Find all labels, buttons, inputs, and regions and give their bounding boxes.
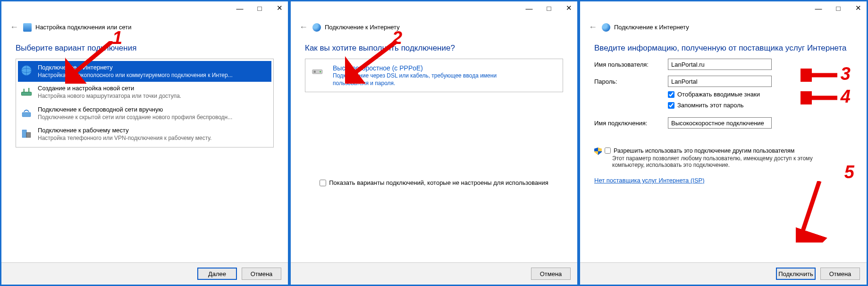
wizard-step-3: — □ ✕ ← Подключение к Интернету Введите … <box>579 0 868 286</box>
option-subtitle: Подключение к скрытой сети или создание … <box>38 114 232 121</box>
content: Подключение к Интернету Настройка широко… <box>1 59 288 262</box>
username-input[interactable] <box>668 59 772 70</box>
close-button[interactable]: ✕ <box>852 4 864 12</box>
modem-icon <box>311 64 327 77</box>
option-connect-workplace[interactable]: Подключение к рабочему месту Настройка т… <box>18 124 271 145</box>
username-label: Имя пользователя: <box>594 61 660 68</box>
option-subtitle: Настройка нового маршрутизатора или точк… <box>38 93 181 100</box>
back-arrow-icon[interactable]: ← <box>10 22 19 32</box>
remember-checkbox[interactable] <box>668 102 674 109</box>
header-title: Подключение к Интернету <box>614 24 689 31</box>
option-title: Подключение к рабочему месту <box>38 127 211 135</box>
option-subtitle: Настройка широкополосного или коммутируе… <box>38 72 233 79</box>
show-unconfigured-checkbox[interactable] <box>320 180 326 186</box>
option-title: Подключение к Интернету <box>38 64 233 72</box>
header: ← Подключение к Интернету <box>291 15 577 36</box>
shield-icon <box>594 147 602 155</box>
show-chars-checkbox[interactable] <box>668 91 674 98</box>
show-chars-row: Отображать вводимые знаки <box>668 89 852 100</box>
header: ← Настройка подключения или сети <box>1 15 288 36</box>
content: Высокоскоростное (с PPPoE) Подключение ч… <box>291 59 577 262</box>
back-arrow-icon[interactable]: ← <box>589 22 598 32</box>
router-icon <box>20 85 33 98</box>
header-title: Настройка подключения или сети <box>35 24 131 31</box>
back-arrow-icon[interactable]: ← <box>299 22 309 32</box>
permit-description: Этот параметр позволяет любому пользоват… <box>612 155 815 168</box>
next-button[interactable]: Далее <box>197 268 237 280</box>
minimize-button[interactable]: — <box>813 4 824 12</box>
maximize-button[interactable]: □ <box>543 4 555 12</box>
internet-icon <box>312 23 321 32</box>
svg-rect-6 <box>26 133 31 138</box>
option-subtitle: Настройка телефонного или VPN-подключени… <box>38 135 211 142</box>
close-button[interactable]: ✕ <box>563 4 574 12</box>
connname-label: Имя подключения: <box>594 120 660 127</box>
connname-input[interactable] <box>668 117 772 129</box>
maximize-button[interactable]: □ <box>833 4 844 12</box>
titlebar: — □ ✕ <box>1 1 288 15</box>
page-heading: Как вы хотите выполнить подключение? <box>291 36 577 59</box>
show-unconfigured-label: Показать варианты подключений, которые н… <box>329 179 548 186</box>
svg-rect-9 <box>314 71 316 73</box>
page-heading: Введите информацию, полученную от постав… <box>580 36 867 59</box>
option-title: Создание и настройка новой сети <box>38 85 181 93</box>
footer: Подключить Отмена <box>580 262 867 285</box>
username-row: Имя пользователя: <box>594 59 852 70</box>
wifi-icon <box>20 106 33 119</box>
option-subtitle: Подключение через DSL или кабель, требую… <box>333 72 512 87</box>
option-title: Высокоскоростное (с PPPoE) <box>333 64 512 72</box>
option-create-network[interactable]: Создание и настройка новой сети Настройк… <box>18 82 271 103</box>
footer: Далее Отмена <box>1 262 288 285</box>
wizard-step-2: — □ ✕ ← Подключение к Интернету Как вы х… <box>289 0 579 286</box>
permit-block: Разрешить использовать это подключение д… <box>594 147 852 168</box>
header: ← Подключение к Интернету <box>580 15 867 36</box>
connection-options-list: Подключение к Интернету Настройка широко… <box>16 59 274 147</box>
cancel-button[interactable]: Отмена <box>820 268 860 280</box>
permit-label: Разрешить использовать это подключение д… <box>614 147 794 154</box>
cancel-button[interactable]: Отмена <box>242 268 281 280</box>
password-label: Пароль: <box>594 78 660 85</box>
minimize-button[interactable]: — <box>234 4 245 12</box>
globe-icon <box>20 64 33 77</box>
option-connect-wireless[interactable]: Подключение к беспроводной сети вручную … <box>18 103 271 124</box>
svg-rect-5 <box>22 130 26 138</box>
wizard-step-1: — □ ✕ ← Настройка подключения или сети В… <box>0 0 289 286</box>
remember-label: Запомнить этот пароль <box>677 102 744 109</box>
page-heading: Выберите вариант подключения <box>1 36 288 59</box>
minimize-button[interactable]: — <box>523 4 535 12</box>
cancel-button[interactable]: Отмена <box>531 268 571 280</box>
titlebar: — □ ✕ <box>580 1 867 15</box>
network-settings-icon <box>23 23 32 32</box>
svg-point-10 <box>320 71 321 72</box>
connect-button[interactable]: Подключить <box>776 268 816 280</box>
permit-checkbox[interactable] <box>605 147 611 154</box>
svg-rect-4 <box>22 113 31 117</box>
show-unconfigured-row: Показать варианты подключений, которые н… <box>305 177 563 188</box>
password-row: Пароль: <box>594 76 852 87</box>
option-title: Подключение к беспроводной сети вручную <box>38 106 232 114</box>
maximize-button[interactable]: □ <box>254 4 265 12</box>
svg-rect-3 <box>22 92 32 95</box>
internet-icon <box>602 23 610 32</box>
connname-row: Имя подключения: <box>594 117 852 129</box>
office-icon <box>20 127 33 140</box>
close-button[interactable]: ✕ <box>274 4 285 12</box>
footer: Отмена <box>291 262 577 285</box>
option-connect-to-internet[interactable]: Подключение к Интернету Настройка широко… <box>18 61 271 82</box>
no-isp-link[interactable]: Нет поставщика услуг Интернета (ISP) <box>594 177 705 184</box>
header-title: Подключение к Интернету <box>325 24 400 31</box>
titlebar: — □ ✕ <box>291 1 577 15</box>
password-input[interactable] <box>668 76 772 87</box>
show-chars-label: Отображать вводимые знаки <box>677 91 760 98</box>
content: Имя пользователя: Пароль: Отображать вво… <box>580 59 867 262</box>
remember-row: Запомнить этот пароль <box>668 100 852 111</box>
option-pppoe[interactable]: Высокоскоростное (с PPPoE) Подключение ч… <box>305 59 563 92</box>
